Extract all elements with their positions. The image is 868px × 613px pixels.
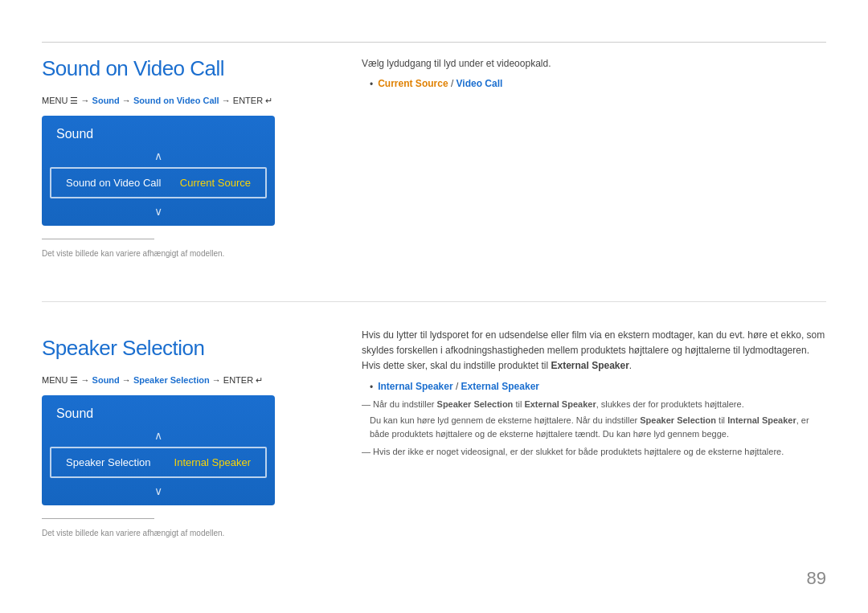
enter2-icon: ↵: [256, 375, 263, 385]
tv-menu-title1: Sound: [42, 116, 275, 148]
menu2-enter: ENTER: [223, 375, 256, 385]
menu2-arrow: →: [81, 375, 92, 385]
tv-menu-item-label1: Sound on Video Call: [66, 177, 161, 189]
bullet-sep2: /: [456, 381, 461, 392]
bullet-sep1: /: [451, 78, 457, 89]
section1-bullet1: • Current Source / Video Call: [370, 78, 826, 90]
section1-menu-path: MENU ☰ → Sound → Sound on Video Call → E…: [42, 96, 331, 106]
tv-menu-item-value2: Internal Speaker: [174, 456, 251, 468]
menu-step2: Sound on Video Call: [133, 96, 219, 105]
section1-desc: Vælg lydudgang til lyd under et videoopk…: [362, 56, 826, 72]
section-divider: [42, 301, 826, 302]
menu2-icon: ☰: [70, 375, 78, 385]
tv-menu-arrow-down2: ∨: [42, 481, 275, 505]
tv-menu-item1: Sound on Video Call Current Source: [50, 167, 267, 198]
section2-menu-path: MENU ☰ → Sound → Speaker Selection → ENT…: [42, 375, 331, 386]
section2-bullet1: • Internal Speaker / External Speaker: [370, 381, 826, 393]
section1-title: Sound on Video Call: [42, 56, 331, 81]
section2-desc: Hvis du lytter til lydsporet for en udse…: [362, 328, 826, 374]
menu2-step2: Speaker Selection: [133, 375, 210, 385]
bullet-blue2a: Internal Speaker: [378, 381, 452, 392]
section1-right: Vælg lydudgang til lyd under et videoopk…: [362, 56, 826, 95]
section2-caption: Det viste billede kan variere afhængigt …: [42, 529, 331, 537]
tv-menu-arrow-up1: ∧: [42, 148, 275, 164]
tv-menu-title2: Sound: [42, 395, 275, 427]
tv-menu-item-label2: Speaker Selection: [66, 456, 151, 468]
section2-tv-menu: Sound ∧ Speaker Selection Internal Speak…: [42, 395, 275, 505]
page-number: 89: [807, 568, 826, 589]
menu-arrow2: →: [122, 96, 133, 105]
bullet-blue2b: External Speaker: [461, 381, 539, 392]
section2-notes: — Når du indstiller Speaker Selection ti…: [362, 398, 826, 459]
menu-arrow: →: [81, 96, 92, 105]
menu2-arrow2: →: [122, 375, 133, 385]
menu2-step1: Sound: [92, 375, 120, 385]
section2-desc-bold: External Speaker: [551, 360, 628, 371]
note1: — Når du indstiller Speaker Selection ti…: [362, 398, 826, 411]
menu2-prefix: MENU: [42, 375, 70, 385]
section2-left: Speaker Selection MENU ☰ → Sound → Speak…: [42, 321, 331, 537]
bullet-dot2: •: [370, 382, 373, 393]
tv-menu-arrow-up2: ∧: [42, 427, 275, 443]
section1-left: Sound on Video Call MENU ☰ → Sound → Sou…: [42, 42, 331, 258]
menu-icon: ☰: [70, 96, 78, 105]
bullet-text1: Current Source / Video Call: [378, 78, 502, 89]
bullet-blue1: Video Call: [457, 78, 503, 89]
note3: — Hvis der ikke er noget videosignal, er…: [362, 445, 826, 459]
bullet-dot1: •: [370, 79, 373, 90]
note2: Du kan kun høre lyd gennem de eksterne h…: [370, 414, 826, 440]
tv-menu-item2: Speaker Selection Internal Speaker: [50, 447, 267, 478]
section1-tv-menu: Sound ∧ Sound on Video Call Current Sour…: [42, 116, 275, 226]
tv-menu-arrow-down1: ∨: [42, 202, 275, 226]
caption-line1: [42, 239, 154, 239]
caption-line2: [42, 518, 154, 519]
menu-enter: ENTER: [233, 96, 265, 105]
menu2-arrow3: →: [212, 375, 223, 385]
section2-right: Hvis du lytter til lydsporet for en udse…: [362, 328, 826, 459]
tv-menu-item-value1: Current Source: [180, 177, 251, 189]
section2-title: Speaker Selection: [42, 336, 331, 361]
menu-arrow3: →: [222, 96, 233, 105]
page: Sound on Video Call MENU ☰ → Sound → Sou…: [0, 0, 868, 613]
bullet-orange1: Current Source: [378, 78, 448, 89]
menu-step1: Sound: [92, 96, 120, 105]
menu-prefix: MENU: [42, 96, 70, 105]
enter-icon: ↵: [265, 96, 272, 105]
bullet-text2: Internal Speaker / External Speaker: [378, 381, 539, 392]
section1-caption: Det viste billede kan variere afhængigt …: [42, 249, 331, 258]
